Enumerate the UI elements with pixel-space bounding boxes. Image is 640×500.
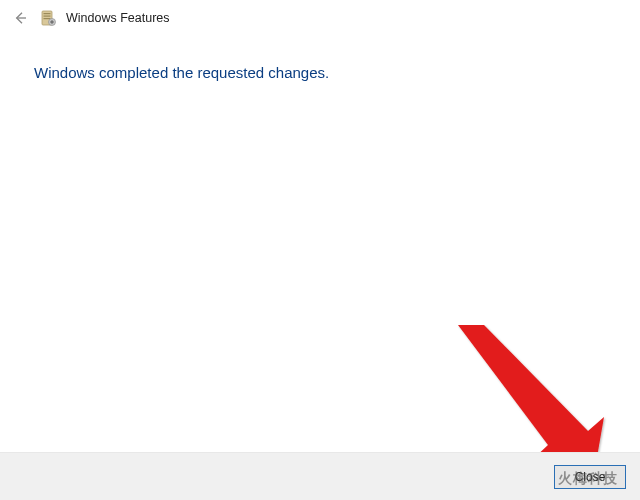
close-button[interactable]: Close — [554, 465, 626, 489]
back-arrow-icon — [12, 10, 28, 26]
back-button[interactable] — [10, 8, 30, 28]
svg-rect-3 — [44, 18, 51, 19]
windows-features-icon — [40, 10, 56, 26]
titlebar: Windows Features — [0, 0, 640, 36]
svg-rect-2 — [44, 16, 51, 17]
content-area: Windows completed the requested changes. — [0, 36, 640, 109]
svg-rect-6 — [50, 21, 54, 22]
footer-bar: Close — [0, 452, 640, 500]
svg-rect-1 — [44, 13, 51, 14]
completion-message: Windows completed the requested changes. — [34, 64, 606, 81]
window-title: Windows Features — [66, 11, 170, 25]
